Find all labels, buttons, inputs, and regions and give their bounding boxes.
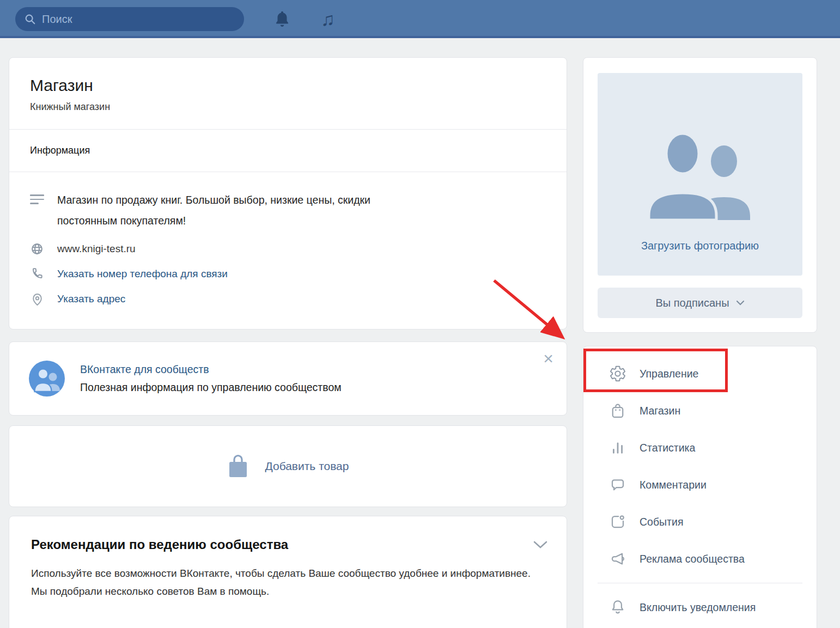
search-icon bbox=[24, 13, 36, 25]
add-product-label: Добавить товар bbox=[265, 460, 349, 473]
bell-outline-icon bbox=[609, 599, 626, 616]
community-photo-card: Загрузить фотографию Вы подписаны bbox=[583, 57, 817, 333]
communities-avatar bbox=[29, 361, 65, 397]
subscribed-button-label: Вы подписаны bbox=[656, 297, 729, 309]
sidebar-item-ads[interactable]: Реклама сообщества bbox=[583, 540, 817, 577]
community-description: Магазин по продажу книг. Большой выбор, … bbox=[57, 190, 428, 231]
recommendations-card: Рекомендации по ведению сообщества Испол… bbox=[9, 516, 567, 628]
search-input[interactable] bbox=[42, 13, 235, 26]
vk-community-page: ♫ Магазин Книжный магазин Информация Ма bbox=[0, 0, 840, 628]
promo-texts: ВКонтакте для сообществ Полезная информа… bbox=[80, 363, 342, 394]
megaphone-icon bbox=[609, 551, 626, 567]
photo-placeholder[interactable]: Загрузить фотографию bbox=[598, 73, 802, 276]
comment-bubble-icon bbox=[609, 477, 626, 493]
recommendations-title: Рекомендации по ведению сообщества bbox=[31, 537, 545, 552]
page-title: Магазин bbox=[30, 76, 546, 95]
add-address-link[interactable]: Указать адрес bbox=[57, 293, 125, 305]
description-icon bbox=[30, 190, 44, 199]
community-category: Книжный магазин bbox=[30, 101, 546, 113]
sidebar: Загрузить фотографию Вы подписаны Управл… bbox=[583, 57, 817, 628]
top-bar: ♫ bbox=[0, 0, 840, 38]
location-pin-icon bbox=[30, 291, 44, 306]
shopping-bag-icon bbox=[609, 402, 626, 419]
chevron-down-icon bbox=[736, 300, 745, 306]
annotation-highlight-box bbox=[583, 349, 728, 392]
phone-icon bbox=[30, 267, 44, 281]
community-header: Магазин Книжный магазин bbox=[9, 58, 567, 129]
info-section-header: Информация bbox=[9, 130, 567, 172]
shopping-bag-filled-icon bbox=[227, 453, 249, 479]
promo-subtitle: Полезная информация по управлению сообще… bbox=[80, 381, 342, 394]
globe-icon bbox=[30, 242, 44, 256]
add-phone-link[interactable]: Указать номер телефона для связи bbox=[57, 268, 228, 280]
two-people-icon bbox=[641, 127, 759, 221]
recommendations-body: Используйте все возможности ВКонтакте, ч… bbox=[31, 564, 545, 600]
add-product-card[interactable]: Добавить товар bbox=[9, 425, 567, 507]
phone-row[interactable]: Указать номер телефона для связи bbox=[30, 267, 546, 281]
website-row[interactable]: www.knigi-test.ru bbox=[30, 242, 546, 256]
sidebar-item-market[interactable]: Магазин bbox=[583, 392, 817, 429]
event-icon bbox=[609, 514, 626, 530]
subscribed-button[interactable]: Вы подписаны bbox=[598, 288, 802, 318]
sidebar-item-label: Комментарии bbox=[640, 479, 707, 491]
menu-divider bbox=[598, 583, 802, 583]
sidebar-item-label: Магазин bbox=[640, 405, 680, 417]
search-input-wrap[interactable] bbox=[15, 7, 244, 31]
notifications-bell-icon[interactable] bbox=[271, 0, 293, 38]
music-icon[interactable]: ♫ bbox=[317, 0, 339, 38]
sidebar-item-events[interactable]: События bbox=[583, 503, 817, 540]
bar-chart-icon bbox=[609, 440, 626, 455]
sidebar-item-label: Статистика bbox=[640, 442, 695, 454]
close-icon[interactable]: × bbox=[543, 350, 553, 367]
vk-for-communities-card: ВКонтакте для сообществ Полезная информа… bbox=[9, 342, 567, 416]
sidebar-item-label: Реклама сообщества bbox=[640, 553, 745, 565]
info-rows: Магазин по продажу книг. Большой выбор, … bbox=[9, 172, 567, 329]
sidebar-item-comments[interactable]: Комментарии bbox=[583, 466, 817, 503]
annotation-arrow bbox=[484, 271, 579, 350]
description-row: Магазин по продажу книг. Большой выбор, … bbox=[30, 190, 546, 231]
sidebar-item-label: События bbox=[640, 516, 684, 528]
sidebar-item-statistics[interactable]: Статистика bbox=[583, 429, 817, 466]
website-link[interactable]: www.knigi-test.ru bbox=[57, 243, 136, 255]
address-row[interactable]: Указать адрес bbox=[30, 291, 546, 306]
upload-photo-link[interactable]: Загрузить фотографию bbox=[641, 240, 759, 252]
promo-title-link[interactable]: ВКонтакте для сообществ bbox=[80, 363, 342, 376]
sidebar-item-notifications[interactable]: Включить уведомления bbox=[583, 589, 817, 626]
sidebar-item-label: Включить уведомления bbox=[640, 601, 756, 614]
chevron-down-icon[interactable] bbox=[533, 540, 548, 549]
